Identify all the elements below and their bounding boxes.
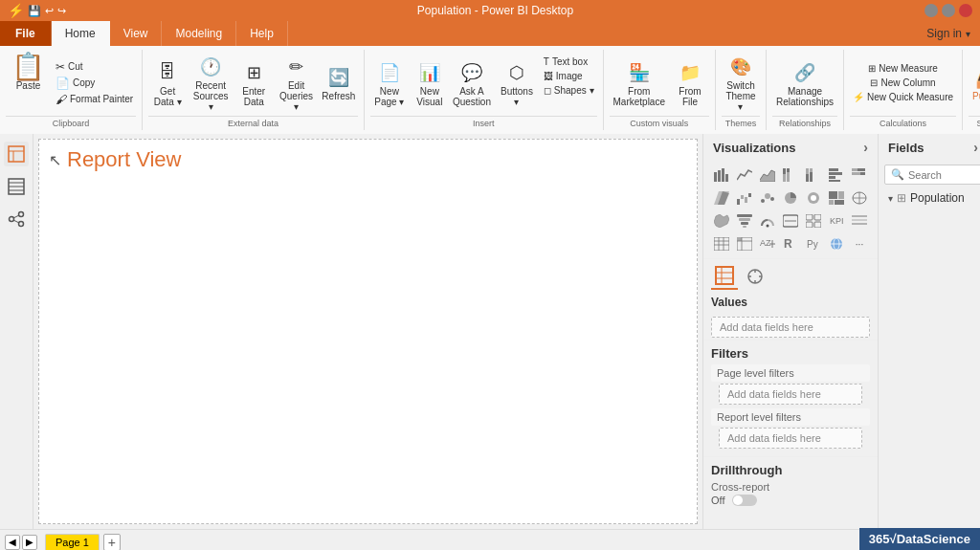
viz-treemap-icon[interactable] <box>826 187 847 209</box>
text-box-button[interactable]: T Text box <box>541 55 597 68</box>
publish-button[interactable]: 📤 Publish <box>969 62 980 103</box>
viz-ribbon-chart-icon[interactable] <box>711 187 732 209</box>
viz-multi-row-card-icon[interactable] <box>803 210 824 231</box>
share-group: 📤 Publish Share <box>963 50 980 130</box>
viz-100-stacked-icon[interactable] <box>803 165 824 186</box>
drillthrough-toggle[interactable] <box>732 495 757 506</box>
add-page-level-fields[interactable]: Add data fields here <box>719 384 862 405</box>
viz-kpi-icon[interactable]: KPI <box>826 210 847 231</box>
visualizations-panel: Visualizations › <box>703 134 879 529</box>
tab-file[interactable]: File <box>0 21 52 46</box>
save-quick-btn[interactable]: 💾 <box>28 5 41 17</box>
recent-sources-button[interactable]: 🕐 RecentSources ▾ <box>189 52 233 114</box>
viz-panel-expand-icon[interactable]: › <box>863 140 868 155</box>
page-tab-1[interactable]: Page 1 <box>45 534 100 550</box>
copy-button[interactable]: 📄 Copy <box>53 76 136 91</box>
population-field-item[interactable]: ▾ ⊞ Population <box>879 188 980 208</box>
buttons-button[interactable]: ⬡ Buttons ▾ <box>495 57 539 109</box>
new-visual-button[interactable]: 📊 NewVisual <box>411 57 449 109</box>
viz-horiz-bar-icon[interactable] <box>826 165 847 186</box>
ribbon-tabs: File Home View Modeling Help Sign in ▾ <box>0 21 980 46</box>
refresh-button[interactable]: 🔄 Refresh <box>320 62 358 103</box>
svg-rect-64 <box>714 237 729 251</box>
close-btn[interactable] <box>959 4 972 17</box>
get-data-button[interactable]: 🗄 GetData ▾ <box>148 57 187 109</box>
edit-queries-button[interactable]: ✏ EditQueries ▾ <box>275 52 318 114</box>
new-column-button[interactable]: ⊟ New Column <box>867 77 938 89</box>
viz-waterfall-icon[interactable] <box>734 187 755 209</box>
viz-slicer-icon[interactable] <box>849 210 870 231</box>
add-page-button[interactable]: + <box>103 534 121 551</box>
from-marketplace-button[interactable]: 🏪 FromMarketplace <box>610 57 669 109</box>
sidebar-data-view-icon[interactable] <box>4 174 29 199</box>
new-page-icon: 📄 <box>376 59 403 86</box>
cursor-icon: ↖ <box>49 151 61 169</box>
viz-filled-map-icon[interactable] <box>711 210 732 231</box>
viz-pie-chart-icon[interactable] <box>780 187 801 209</box>
manage-relationships-button[interactable]: 🔗 ManageRelationships <box>772 57 837 109</box>
viz-line-chart-icon[interactable] <box>734 165 755 186</box>
themes-group: 🎨 SwitchTheme ▾ Themes <box>716 50 767 130</box>
redo-quick-btn[interactable]: ↪ <box>57 5 66 17</box>
viz-bar-chart-icon[interactable] <box>711 165 732 186</box>
viz-tab-format-icon[interactable] <box>742 263 768 290</box>
viz-map-icon[interactable] <box>849 187 870 209</box>
main-layout: ↖ Report View Visualizations › <box>0 134 980 529</box>
sidebar-model-view-icon[interactable] <box>4 207 29 231</box>
viz-card-icon[interactable] <box>780 210 801 231</box>
enter-data-button[interactable]: ⊞ EnterData <box>234 57 273 109</box>
format-painter-button[interactable]: 🖌 Format Painter <box>53 92 136 107</box>
sidebar-report-view-icon[interactable] <box>4 142 29 166</box>
ask-question-button[interactable]: 💬 Ask AQuestion <box>451 57 493 109</box>
viz-area-chart-icon[interactable] <box>757 165 778 186</box>
maximize-btn[interactable] <box>942 4 955 17</box>
add-report-level-fields[interactable]: Add data fields here <box>719 428 862 449</box>
undo-quick-btn[interactable]: ↩ <box>45 5 54 17</box>
viz-tab-values-icon[interactable] <box>711 263 738 290</box>
svg-rect-50 <box>739 218 750 221</box>
share-items: 📤 Publish <box>969 52 980 114</box>
viz-globe-icon[interactable] <box>826 233 847 254</box>
page-nav-prev-btn[interactable]: ◀ <box>5 535 20 550</box>
refresh-icon: 🔄 <box>325 64 352 91</box>
viz-az-sort-icon[interactable]: AZ <box>757 233 778 254</box>
cut-button[interactable]: ✂ Cut <box>53 59 136 75</box>
viz-horiz-stacked-icon[interactable] <box>849 165 870 186</box>
svg-rect-19 <box>787 168 790 172</box>
viz-python-icon[interactable]: Py <box>803 233 824 254</box>
search-input[interactable] <box>908 169 975 181</box>
new-page-button[interactable]: 📄 NewPage ▾ <box>370 57 409 109</box>
fields-search-box[interactable]: 🔍 <box>884 165 980 185</box>
shapes-button[interactable]: ◻ Shapes ▾ <box>541 84 597 97</box>
viz-stacked-bar-icon[interactable] <box>780 165 801 186</box>
viz-funnel-icon[interactable] <box>734 210 755 231</box>
from-file-button[interactable]: 📁 FromFile <box>671 57 709 109</box>
tab-help[interactable]: Help <box>236 21 288 46</box>
page-nav: ◀ ▶ <box>5 535 37 550</box>
edit-queries-icon: ✏ <box>283 54 310 80</box>
tab-modeling[interactable]: Modeling <box>162 21 236 46</box>
viz-table-icon[interactable] <box>711 233 732 254</box>
paste-button[interactable]: 📋 Paste <box>6 52 51 114</box>
viz-donut-icon[interactable] <box>803 187 824 209</box>
fields-panel-expand-icon[interactable]: › <box>973 140 978 155</box>
quick-access-bar: ⚡ 💾 ↩ ↪ <box>8 3 66 18</box>
minimize-btn[interactable] <box>924 4 938 17</box>
viz-r-script-icon[interactable]: R <box>780 233 801 254</box>
new-quick-measure-button[interactable]: ⚡ New Quick Measure <box>850 91 956 103</box>
add-data-fields-values[interactable]: Add data fields here <box>711 317 870 338</box>
viz-matrix-icon[interactable] <box>734 233 755 254</box>
signin-button[interactable]: Sign in ▾ <box>917 21 980 46</box>
viz-icons-grid: KPI AZ R Py ··· <box>703 161 878 258</box>
viz-scatter-icon[interactable] <box>757 187 778 209</box>
viz-gauge-icon[interactable] <box>757 210 778 231</box>
page-nav-next-btn[interactable]: ▶ <box>22 535 37 550</box>
svg-rect-81 <box>716 267 733 284</box>
tab-home[interactable]: Home <box>52 21 110 46</box>
viz-more-icon[interactable]: ··· <box>849 233 870 254</box>
tab-view[interactable]: View <box>110 21 163 46</box>
viz-tabs <box>703 258 878 294</box>
image-button[interactable]: 🖼 Image <box>541 70 597 82</box>
switch-theme-button[interactable]: 🎨 SwitchTheme ▾ <box>722 52 760 114</box>
new-measure-button[interactable]: ⊞ New Measure <box>865 62 941 75</box>
